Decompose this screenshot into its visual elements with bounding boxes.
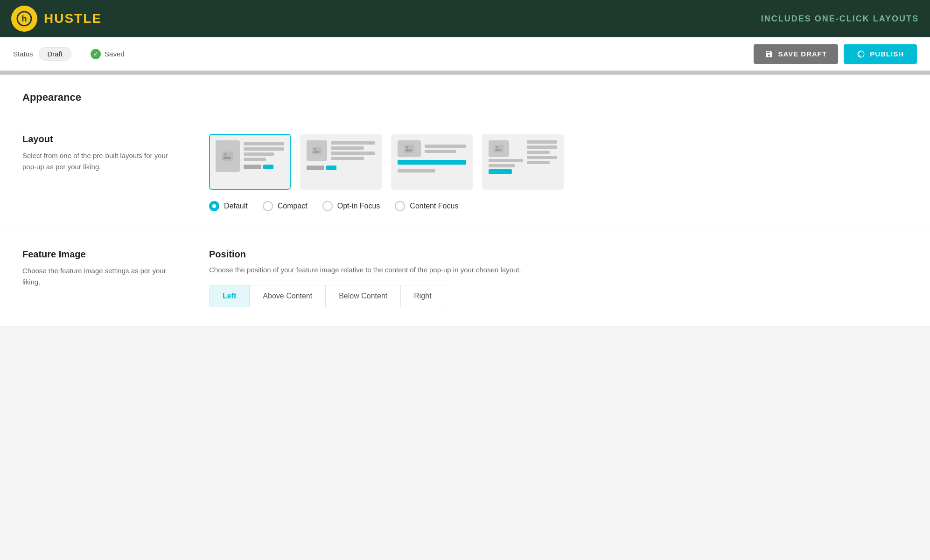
radio-content-focus[interactable]	[395, 201, 405, 211]
layout-preview-compact	[307, 140, 375, 183]
radio-label-compact: Compact	[278, 202, 308, 210]
position-description: Choose the position of your feature imag…	[209, 264, 908, 276]
feature-image-title: Feature Image	[22, 249, 172, 260]
radio-compact[interactable]	[263, 201, 273, 211]
appearance-section: Appearance	[0, 75, 930, 115]
save-draft-button[interactable]: SAVE DRAFT	[754, 44, 838, 64]
position-area: Position Choose the position of your fea…	[209, 249, 908, 307]
svg-rect-2	[222, 152, 233, 161]
position-tabs: Left Above Content Below Content Right	[209, 285, 445, 307]
publish-button[interactable]: PUBLISH	[844, 44, 917, 64]
layout-card-optin-focus[interactable]	[391, 134, 473, 190]
layout-options: Default Compact Opt-in Focus Content Foc…	[209, 134, 908, 211]
layout-img-placeholder	[216, 140, 240, 172]
appearance-title: Appearance	[22, 91, 908, 104]
layout-description: Select from one of the pre-built layouts…	[22, 150, 172, 173]
progress-fill	[0, 71, 930, 75]
status-bar: Status Draft ✓ Saved SAVE DRAFT PUBLISH	[0, 37, 930, 71]
position-tab-below-content[interactable]: Below Content	[326, 285, 401, 307]
svg-point-5	[314, 148, 316, 150]
radio-label-content-focus: Content Focus	[410, 202, 458, 210]
globe-icon	[857, 50, 865, 58]
layout-preview-contentfocus	[489, 140, 557, 183]
publish-label: PUBLISH	[870, 50, 904, 58]
main-content: Appearance Layout Select from one of the…	[0, 75, 930, 326]
radio-optin-focus[interactable]	[322, 201, 333, 211]
radio-label-optin-focus: Opt-in Focus	[337, 202, 380, 210]
layout-section: Layout Select from one of the pre-built …	[0, 115, 930, 230]
app-header: h HUSTLE INCLUDES ONE-CLICK LAYOUTS	[0, 0, 930, 37]
radio-option-compact[interactable]: Compact	[263, 201, 308, 211]
status-label: Status	[13, 50, 33, 58]
radio-default[interactable]	[209, 201, 219, 211]
svg-point-3	[224, 153, 227, 156]
save-draft-label: SAVE DRAFT	[778, 50, 827, 58]
layout-previews	[209, 134, 908, 190]
position-tab-above-content[interactable]: Above Content	[250, 285, 326, 307]
svg-point-9	[496, 146, 498, 148]
layout-preview-default	[216, 140, 284, 183]
progress-bar	[0, 71, 930, 75]
layout-radio-group: Default Compact Opt-in Focus Content Foc…	[209, 201, 908, 211]
svg-point-7	[406, 146, 408, 148]
status-actions: SAVE DRAFT PUBLISH	[754, 44, 917, 64]
saved-text: Saved	[105, 50, 125, 58]
feature-image-section: Feature Image Choose the feature image s…	[0, 230, 930, 326]
svg-rect-4	[312, 147, 321, 154]
svg-text:h: h	[22, 14, 27, 23]
position-tab-left[interactable]: Left	[210, 285, 250, 307]
header-left: h HUSTLE	[11, 6, 102, 32]
radio-option-optin-focus[interactable]: Opt-in Focus	[322, 201, 380, 211]
svg-rect-6	[404, 145, 414, 153]
layout-card-default[interactable]	[209, 134, 291, 190]
position-title: Position	[209, 249, 908, 260]
status-divider	[81, 47, 81, 62]
brand-name: HUSTLE	[44, 11, 102, 26]
saved-check-icon: ✓	[91, 49, 101, 59]
logo-circle: h	[11, 6, 37, 32]
header-tagline: INCLUDES ONE-CLICK LAYOUTS	[761, 14, 919, 24]
feature-image-description: Choose the feature image settings as per…	[22, 265, 172, 288]
layout-info: Layout Select from one of the pre-built …	[22, 134, 172, 173]
svg-rect-8	[494, 145, 503, 152]
layout-card-content-focus[interactable]	[482, 134, 564, 190]
radio-label-default: Default	[224, 202, 248, 210]
layout-card-compact[interactable]	[300, 134, 382, 190]
saved-status: ✓ Saved	[91, 49, 125, 59]
layout-preview-optinfocus	[398, 140, 466, 183]
position-tab-right[interactable]: Right	[401, 285, 444, 307]
radio-option-default[interactable]: Default	[209, 201, 248, 211]
draft-badge: Draft	[39, 47, 72, 61]
radio-option-content-focus[interactable]: Content Focus	[395, 201, 458, 211]
save-icon	[765, 50, 773, 58]
feature-image-info: Feature Image Choose the feature image s…	[22, 249, 172, 288]
layout-title: Layout	[22, 134, 172, 145]
